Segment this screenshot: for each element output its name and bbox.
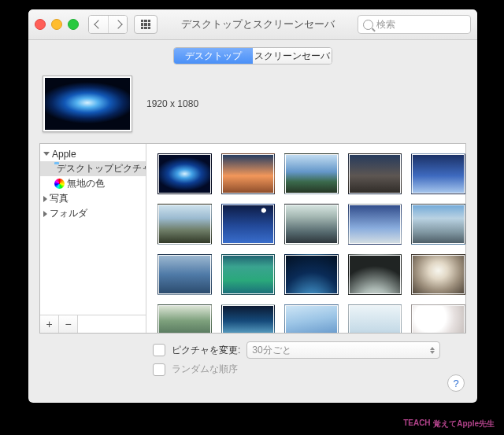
wallpaper-thumb[interactable] bbox=[348, 304, 402, 333]
tree-label: 写真 bbox=[50, 192, 69, 205]
tab-screensaver[interactable]: スクリーンセーバ bbox=[253, 48, 332, 64]
wallpaper-thumb[interactable] bbox=[221, 153, 276, 194]
change-picture-checkbox[interactable] bbox=[153, 344, 165, 356]
content-split: Apple デスクトップピクチャ 無地の色 写真 bbox=[39, 143, 466, 334]
wallpaper-thumb[interactable] bbox=[284, 153, 339, 194]
wallpaper-gallery bbox=[146, 144, 465, 333]
random-order-checkbox[interactable] bbox=[153, 363, 165, 376]
zoom-button[interactable] bbox=[68, 19, 79, 30]
sidebar-footer: + − bbox=[40, 315, 146, 333]
change-picture-row: ピクチャを変更: 30分ごと bbox=[153, 341, 466, 359]
help-button[interactable]: ? bbox=[447, 374, 465, 392]
random-order-label: ランダムな順序 bbox=[172, 363, 238, 376]
tree-item-photos[interactable]: 写真 bbox=[40, 191, 146, 206]
titlebar: デスクトップとスクリーンセーバ 検索 bbox=[28, 9, 477, 40]
wallpaper-thumb[interactable] bbox=[348, 204, 402, 245]
wallpaper-thumb[interactable] bbox=[411, 254, 465, 295]
current-wallpaper-preview bbox=[43, 76, 132, 132]
tree-label: Apple bbox=[52, 149, 76, 160]
preview-image bbox=[45, 78, 130, 130]
wallpaper-thumb[interactable] bbox=[158, 153, 212, 194]
tab-bar: デスクトップ スクリーンセーバ bbox=[39, 47, 466, 65]
options-panel: ピクチャを変更: 30分ごと ランダムな順序 bbox=[153, 341, 466, 376]
window-title: デスクトップとスクリーンセーバ bbox=[164, 17, 351, 31]
chevron-right-icon bbox=[113, 20, 122, 28]
wallpaper-thumb[interactable] bbox=[411, 204, 465, 245]
watermark: TEACH 覚えてApple先生 bbox=[403, 418, 495, 430]
search-placeholder: 検索 bbox=[376, 18, 395, 31]
stage: デスクトップとスクリーンセーバ 検索 デスクトップ スクリーンセーバ 1920 … bbox=[0, 0, 504, 435]
wallpaper-thumb[interactable] bbox=[221, 254, 276, 295]
preferences-window: デスクトップとスクリーンセーバ 検索 デスクトップ スクリーンセーバ 1920 … bbox=[28, 9, 477, 403]
source-tree: Apple デスクトップピクチャ 無地の色 写真 bbox=[40, 144, 146, 315]
colorwheel-icon bbox=[54, 179, 65, 189]
tree-item-apple[interactable]: Apple bbox=[40, 146, 146, 161]
add-folder-button[interactable]: + bbox=[40, 315, 59, 333]
tree-item-desktop-pictures[interactable]: デスクトップピクチャ bbox=[40, 161, 146, 176]
traffic-lights bbox=[35, 19, 79, 30]
resolution-label: 1920 x 1080 bbox=[146, 98, 198, 109]
nav-buttons bbox=[88, 15, 128, 34]
wallpaper-thumb[interactable] bbox=[411, 153, 465, 194]
tree-label: デスクトップピクチャ bbox=[57, 162, 146, 175]
wallpaper-thumb[interactable] bbox=[221, 304, 276, 333]
show-all-button[interactable] bbox=[134, 15, 158, 34]
chevron-left-icon bbox=[94, 20, 102, 28]
forward-button[interactable] bbox=[108, 16, 127, 33]
wallpaper-thumb[interactable] bbox=[284, 204, 339, 245]
wallpaper-thumb[interactable] bbox=[284, 304, 339, 333]
wallpaper-thumb[interactable] bbox=[158, 204, 212, 245]
change-picture-label: ピクチャを変更: bbox=[172, 344, 240, 357]
wallpaper-thumb[interactable] bbox=[158, 254, 212, 295]
select-arrows-icon bbox=[430, 347, 435, 354]
minimize-button[interactable] bbox=[51, 19, 62, 30]
disclosure-right-icon bbox=[43, 196, 47, 202]
wallpaper-thumb[interactable] bbox=[221, 204, 276, 245]
back-button[interactable] bbox=[89, 16, 108, 33]
close-button[interactable] bbox=[35, 19, 46, 30]
interval-select[interactable]: 30分ごと bbox=[246, 341, 440, 359]
search-field[interactable]: 検索 bbox=[358, 15, 471, 34]
wallpaper-thumb[interactable] bbox=[348, 254, 402, 295]
tab-desktop[interactable]: デスクトップ bbox=[174, 48, 253, 64]
tree-item-folders[interactable]: フォルダ bbox=[40, 206, 146, 221]
tree-label: 無地の色 bbox=[67, 177, 105, 190]
interval-value: 30分ごと bbox=[252, 344, 291, 357]
wallpaper-thumb[interactable] bbox=[411, 304, 465, 333]
disclosure-right-icon bbox=[43, 211, 47, 217]
source-sidebar: Apple デスクトップピクチャ 無地の色 写真 bbox=[40, 144, 146, 333]
preview-row: 1920 x 1080 bbox=[43, 76, 466, 132]
tree-item-solid-colors[interactable]: 無地の色 bbox=[40, 176, 146, 191]
wallpaper-thumb[interactable] bbox=[158, 304, 212, 333]
grid-icon bbox=[141, 20, 150, 29]
remove-folder-button[interactable]: − bbox=[59, 315, 78, 333]
window-body: デスクトップ スクリーンセーバ 1920 x 1080 Apple bbox=[28, 39, 477, 403]
tree-label: フォルダ bbox=[50, 207, 87, 220]
disclosure-down-icon bbox=[43, 152, 50, 156]
wallpaper-thumb[interactable] bbox=[284, 254, 339, 295]
random-order-row: ランダムな順序 bbox=[153, 363, 466, 376]
search-icon bbox=[363, 20, 373, 30]
wallpaper-thumb[interactable] bbox=[348, 153, 402, 194]
